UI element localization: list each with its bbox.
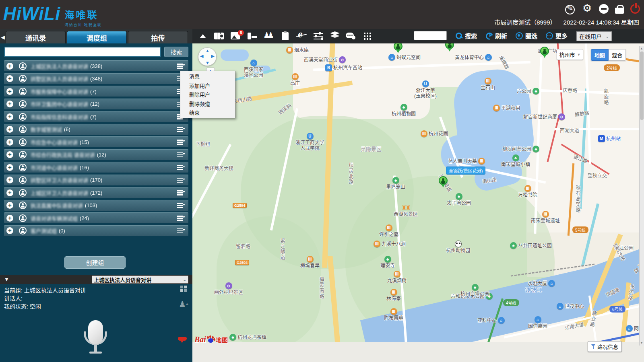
map-poi[interactable]: 梅灵南路 xyxy=(318,277,324,299)
刷新-button[interactable]: 刷新 xyxy=(485,31,507,40)
menu-item-删除用户[interactable]: 删除用户 xyxy=(180,90,235,100)
expand-plus-icon[interactable]: + xyxy=(6,164,13,171)
expand-plus-icon[interactable]: + xyxy=(6,215,13,222)
group-row[interactable]: +客户测试组(0) xyxy=(4,225,188,236)
map-poi[interactable]: Ⅲ烟水庵 xyxy=(286,47,309,53)
photo-icon[interactable]: 6 xyxy=(230,31,242,41)
baidu-map-canvas[interactable]: 2号线4号线5号线6号线Ⅲ烟水庵⌂西溪国家 湿地公园⊙西溪天堂商业街Ⅲ高庄B杭州… xyxy=(192,43,644,362)
map-poi[interactable]: Ⅲ九溪十八涧 xyxy=(374,241,406,247)
map-poi[interactable]: B杭州汽车西站 xyxy=(325,64,362,71)
collapse-sidebar-icon[interactable]: ◀ xyxy=(0,34,6,43)
map-poi[interactable]: 望秋立交 xyxy=(588,173,607,179)
group-row[interactable]: +市环卫集团中心语音对讲(12) xyxy=(4,99,188,109)
map-poi[interactable]: 庆春路 xyxy=(563,88,577,93)
tab-调度组[interactable]: 调度组 xyxy=(67,31,127,43)
map-poi[interactable]: ⊙画外桐坞景区 xyxy=(214,282,243,295)
map-poi[interactable]: ♣柳浪闻莺公园 xyxy=(502,146,539,152)
map-poi[interactable]: ♣六公园 xyxy=(517,88,539,95)
map-poi[interactable]: 留泗路 xyxy=(236,244,250,249)
map-poi[interactable]: ♣杭州白塔公园 xyxy=(460,284,489,297)
sliders-icon[interactable] xyxy=(313,31,324,41)
map-poi[interactable]: ♣太子湾公园 xyxy=(447,193,471,206)
menu-item-删除频道[interactable]: 删除频道 xyxy=(180,100,235,109)
map-poi[interactable]: Ⅲ平湖秋月 xyxy=(493,105,520,111)
lock-icon[interactable] xyxy=(615,8,624,14)
group-row[interactable]: +执法直属中队语音对讲(103) xyxy=(4,200,188,211)
map-poi[interactable]: ⌂国信嘉园 xyxy=(528,316,547,329)
expand-plus-icon[interactable]: + xyxy=(6,189,13,196)
map-poi[interactable]: ⌂世茂中心 xyxy=(557,303,584,310)
map-poi[interactable]: U浙江大学 (玉泉校区) xyxy=(414,80,437,99)
map-poi[interactable]: U浙江工商大学 人武学院 xyxy=(295,133,324,151)
map-poi[interactable]: Ⅲ万松书院 xyxy=(518,185,537,198)
map-poi[interactable]: 凯旋路 xyxy=(603,88,609,105)
map-poi[interactable]: 梅灵北路 xyxy=(348,162,353,185)
group-search-button[interactable]: 搜索 xyxy=(164,47,188,57)
map-poi[interactable]: G2504 xyxy=(233,203,247,208)
ie-icon[interactable] xyxy=(296,31,308,41)
chat-icon[interactable] xyxy=(346,31,357,41)
map-poi[interactable]: Ⅲ宝石山 xyxy=(481,78,495,90)
group-row[interactable]: +拱墅区环卫人员语音对讲(170) xyxy=(4,175,188,185)
map-poi[interactable]: 灵隐景区 xyxy=(361,146,382,152)
map-scrollbar[interactable] xyxy=(639,46,644,346)
group-row[interactable]: +语音对讲车辆测试组(24) xyxy=(4,212,188,223)
map-poi[interactable]: 秋石高架路 xyxy=(575,185,580,213)
group-menu-icon[interactable] xyxy=(177,127,185,132)
map-poi[interactable]: Ⅲ陈布雷墓 xyxy=(384,308,403,321)
theme-icon[interactable] xyxy=(565,4,576,14)
active-group-select[interactable]: 上城区执法人员语音对讲 ⌄ xyxy=(92,276,188,284)
map-poi[interactable]: Ⅲ杭州花圃 xyxy=(421,130,448,137)
map-poi[interactable]: ♣里鸡笼山 xyxy=(386,177,405,190)
map-poi[interactable]: ⊙西溪天堂商业街 xyxy=(304,56,346,63)
map-poi[interactable]: 西溪路 xyxy=(278,102,293,115)
group-menu-icon[interactable] xyxy=(177,178,185,183)
group-menu-icon[interactable] xyxy=(177,228,185,234)
min-icon[interactable] xyxy=(599,4,609,14)
expand-plus-icon[interactable]: + xyxy=(6,63,13,70)
menu-item-结束[interactable]: 结束 xyxy=(180,109,235,118)
power-icon[interactable] xyxy=(630,4,640,14)
map-poi[interactable]: 杭州动物园 xyxy=(446,241,470,253)
搜索-button[interactable]: 搜索 xyxy=(455,31,477,40)
gear-icon[interactable] xyxy=(582,4,592,14)
create-group-button[interactable]: 创建组 xyxy=(64,256,126,269)
group-row[interactable]: +市综合行政执法局 语音对讲(12) xyxy=(4,149,188,160)
tab-通讯录[interactable]: 通讯录 xyxy=(6,31,66,43)
group-menu-icon[interactable] xyxy=(177,190,185,195)
map-poi[interactable]: ⌂蚂蚁元空间 xyxy=(388,54,421,61)
hangup-icon[interactable] xyxy=(178,336,188,344)
user-location-pin[interactable] xyxy=(540,47,549,56)
map-poi[interactable]: Ⅲ林海亭 xyxy=(386,289,401,302)
map-type-map-button[interactable]: 地图 xyxy=(591,49,609,61)
map-poi[interactable]: Ⅲ艺人盖叫天墓 xyxy=(448,158,485,165)
map-poi[interactable]: Ⅲ高庄 xyxy=(290,73,300,86)
layout-grid-icon[interactable] xyxy=(180,286,187,292)
map-poi[interactable]: ⊙解百新世纪商厦 xyxy=(523,113,565,120)
map-poi[interactable]: M杭州站 xyxy=(598,135,621,142)
map-poi[interactable]: 新峰商务大楼 xyxy=(204,166,233,171)
group-search-input[interactable] xyxy=(4,47,161,57)
up-icon[interactable] xyxy=(197,31,208,41)
clip-icon[interactable] xyxy=(280,31,291,41)
expand-plus-icon[interactable]: + xyxy=(6,227,13,234)
map-poi[interactable]: ♣杭州龙坞茶镇 xyxy=(229,334,266,341)
map-poi[interactable]: 下枢纽 xyxy=(196,142,210,147)
group-row[interactable]: +市服务保障中心语音对讲(7) xyxy=(4,86,188,97)
group-menu-icon[interactable] xyxy=(177,165,185,170)
expand-plus-icon[interactable]: + xyxy=(6,139,13,146)
expand-plus-icon[interactable]: + xyxy=(6,126,13,133)
map-poi[interactable]: 钱塘江 xyxy=(525,287,543,293)
apps-icon[interactable] xyxy=(362,31,374,41)
fax-icon[interactable] xyxy=(247,31,258,41)
menu-item-消息[interactable]: 消息 xyxy=(180,72,235,82)
expand-plus-icon[interactable]: + xyxy=(6,113,13,120)
map-poi[interactable]: ♜♜西湖风景区 xyxy=(394,204,418,217)
map-search-input[interactable] xyxy=(414,31,447,40)
map-poi[interactable]: ♣杭州植物园 xyxy=(392,104,416,117)
map-poi[interactable]: Ⅲ九溪烟树 xyxy=(387,271,407,284)
map-poi[interactable]: Ⅲ许引之墓 xyxy=(379,224,398,237)
layers-icon[interactable] xyxy=(329,31,341,41)
map-poi[interactable]: Ⅲ南宋皇城遗址 xyxy=(531,211,560,224)
map-pan-control[interactable]: ▲▼◀▶ xyxy=(198,47,217,66)
